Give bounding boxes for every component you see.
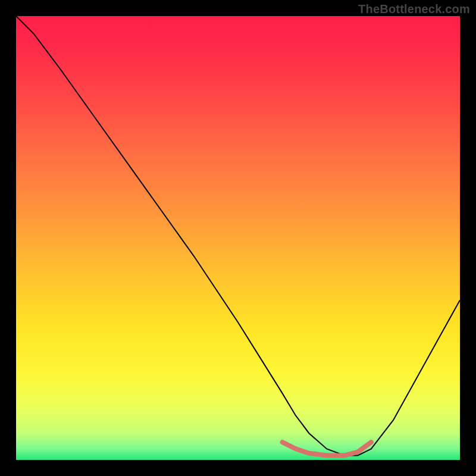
chart-frame: TheBottleneck.com bbox=[0, 0, 476, 476]
gradient-background bbox=[16, 16, 460, 460]
bottleneck-chart bbox=[16, 16, 460, 460]
plot-area bbox=[16, 16, 460, 460]
watermark-text: TheBottleneck.com bbox=[358, 2, 470, 16]
